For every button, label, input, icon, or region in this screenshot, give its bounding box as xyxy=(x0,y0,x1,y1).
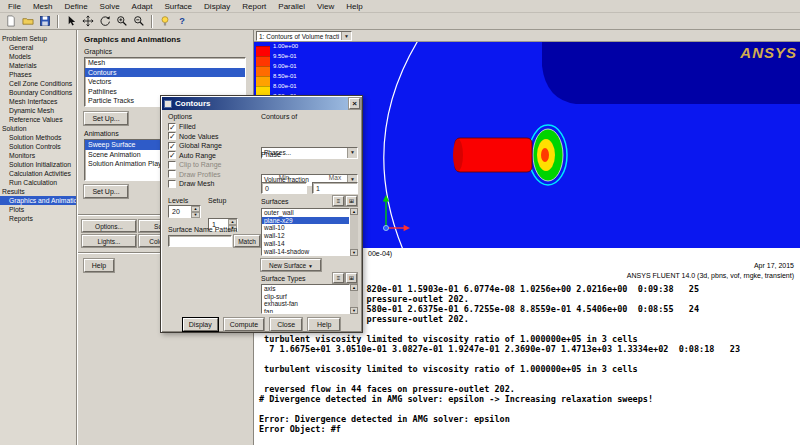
surface-types-select-icon[interactable]: ⊞ xyxy=(346,273,357,283)
new-file-icon[interactable] xyxy=(3,14,19,29)
tree-item-dynamic-mesh[interactable]: Dynamic Mesh xyxy=(0,106,76,115)
max-field[interactable]: 1 xyxy=(312,182,358,194)
options-button[interactable]: Options... xyxy=(82,220,136,232)
checkbox-draw-profiles[interactable] xyxy=(168,170,176,178)
graphics-window-selector[interactable]: 1: Contours of Volume fracti ▼ xyxy=(256,31,352,41)
tree-section-results[interactable]: Results xyxy=(0,187,76,196)
graphics-item-vectors[interactable]: Vectors xyxy=(85,77,245,87)
tree-item-plots[interactable]: Plots xyxy=(0,205,76,214)
zoom-out-icon[interactable] xyxy=(131,14,147,29)
save-icon[interactable] xyxy=(37,14,53,29)
pointer-icon[interactable] xyxy=(63,14,79,29)
option-row-global-range[interactable]: ✓Global Range xyxy=(168,141,256,151)
menu-mesh[interactable]: Mesh xyxy=(27,1,59,12)
surfaces-scrollbar[interactable]: ▲ ▼ xyxy=(350,208,358,256)
option-row-clip-to-range[interactable]: Clip to Range xyxy=(168,160,256,170)
tree-item-cell-zone-conditions[interactable]: Cell Zone Conditions xyxy=(0,79,76,88)
surface-item-outer-wall[interactable]: outer_wall xyxy=(262,209,349,217)
menu-display[interactable]: Display xyxy=(198,1,236,12)
tree-item-solution-initialization[interactable]: Solution Initialization xyxy=(0,160,76,169)
surfaces-select-icon[interactable]: ⊞ xyxy=(346,196,357,206)
dialog-display-button[interactable]: Display xyxy=(183,318,218,331)
tree-item-reports[interactable]: Reports xyxy=(0,214,76,223)
levels-stepper[interactable]: 20 ▲▼ xyxy=(168,205,201,218)
surface-item-wall-14[interactable]: wall-14 xyxy=(262,240,349,248)
checkbox-filled[interactable]: ✓ xyxy=(168,123,176,131)
tree-item-solution-controls[interactable]: Solution Controls xyxy=(0,142,76,151)
surface-type-fan[interactable]: fan xyxy=(262,308,349,314)
option-row-draw-mesh[interactable]: Draw Mesh xyxy=(168,179,256,189)
zoom-in-icon[interactable] xyxy=(114,14,130,29)
menu-solve[interactable]: Solve xyxy=(94,1,126,12)
scroll-up-icon[interactable]: ▲ xyxy=(350,284,358,291)
pan-icon[interactable] xyxy=(80,14,96,29)
surface-item-wall-12[interactable]: wall-12 xyxy=(262,232,349,240)
tree-item-general[interactable]: General xyxy=(0,43,76,52)
surface-type-axis[interactable]: axis xyxy=(262,285,349,293)
menu-view[interactable]: View xyxy=(311,1,340,12)
menu-report[interactable]: Report xyxy=(236,1,272,12)
lights-icon[interactable] xyxy=(157,14,173,29)
tree-item-mesh-interfaces[interactable]: Mesh Interfaces xyxy=(0,97,76,106)
menu-define[interactable]: Define xyxy=(58,1,93,12)
scroll-up-icon[interactable]: ▲ xyxy=(350,208,358,215)
dialog-compute-button[interactable]: Compute xyxy=(224,318,264,331)
dialog-close-button[interactable]: Close xyxy=(270,318,302,331)
open-folder-icon[interactable] xyxy=(20,14,36,29)
checkbox-auto-range[interactable]: ✓ xyxy=(168,151,176,159)
dialog-help-button[interactable]: Help xyxy=(308,318,340,331)
tree-item-boundary-conditions[interactable]: Boundary Conditions xyxy=(0,88,76,97)
match-button[interactable]: Match xyxy=(234,235,260,247)
set-up-animations-button[interactable]: Set Up... xyxy=(84,185,128,198)
option-row-node-values[interactable]: ✓Node Values xyxy=(168,132,256,142)
surface-item-wall-10[interactable]: wall-10 xyxy=(262,224,349,232)
panel-help-button[interactable]: Help xyxy=(84,259,114,272)
checkbox-global-range[interactable]: ✓ xyxy=(168,142,176,150)
option-row-filled[interactable]: ✓Filled xyxy=(168,122,256,132)
graphics-item-contours[interactable]: Contours xyxy=(85,68,245,78)
menu-parallel[interactable]: Parallel xyxy=(272,1,311,12)
min-field[interactable]: 0 xyxy=(261,182,307,194)
checkbox-clip-to-range[interactable] xyxy=(168,161,176,169)
checkbox-draw-mesh[interactable] xyxy=(168,180,176,188)
checkbox-node-values[interactable]: ✓ xyxy=(168,132,176,140)
menu-surface[interactable]: Surface xyxy=(159,1,199,12)
option-row-draw-profiles[interactable]: Draw Profiles xyxy=(168,170,256,180)
surface-types-filter-icon[interactable]: ≡ xyxy=(333,273,344,283)
tree-item-graphics-and-animations[interactable]: Graphics and Animations xyxy=(0,196,76,205)
tree-section-solution[interactable]: Solution xyxy=(0,124,76,133)
menu-file[interactable]: File xyxy=(2,1,27,12)
graphics-item-mesh[interactable]: Mesh xyxy=(85,58,245,68)
rotate-icon[interactable] xyxy=(97,14,113,29)
tree-item-materials[interactable]: Materials xyxy=(0,61,76,70)
surface-type-clip-surf[interactable]: clip-surf xyxy=(262,293,349,301)
set-up-graphics-button[interactable]: Set Up... xyxy=(84,112,128,125)
surface-type-exhaust-fan[interactable]: exhaust-fan xyxy=(262,300,349,308)
tree-item-phases[interactable]: Phases xyxy=(0,70,76,79)
chevron-down-icon[interactable]: ▼ xyxy=(347,148,357,158)
option-row-auto-range[interactable]: ✓Auto Range xyxy=(168,151,256,161)
tree-item-calculation-activities[interactable]: Calculation Activities xyxy=(0,169,76,178)
surface-name-pattern-input[interactable] xyxy=(168,235,232,247)
tree-item-reference-values[interactable]: Reference Values xyxy=(0,115,76,124)
scroll-down-icon[interactable]: ▼ xyxy=(350,249,358,256)
levels-spin-arrows[interactable]: ▲▼ xyxy=(191,206,200,217)
close-icon[interactable]: × xyxy=(349,98,360,109)
tree-item-solution-methods[interactable]: Solution Methods xyxy=(0,133,76,142)
help-icon[interactable]: ? xyxy=(174,14,190,29)
surface-item-plane-x29[interactable]: plane-x29 xyxy=(262,217,349,225)
scroll-down-icon[interactable]: ▼ xyxy=(350,307,358,314)
tree-item-run-calculation[interactable]: Run Calculation xyxy=(0,178,76,187)
chevron-down-icon[interactable]: ▼ xyxy=(341,32,351,40)
new-surface-button[interactable]: New Surface ▼ xyxy=(261,259,321,271)
dialog-titlebar[interactable]: Contours xyxy=(162,97,361,110)
surface-item-wall-14-shadow[interactable]: wall-14-shadow xyxy=(262,248,349,256)
tree-item-models[interactable]: Models xyxy=(0,52,76,61)
surfaces-filter-icon[interactable]: ≡ xyxy=(333,196,344,206)
menu-help[interactable]: Help xyxy=(340,1,368,12)
surface-types-scrollbar[interactable]: ▲ ▼ xyxy=(350,284,358,314)
tree-item-monitors[interactable]: Monitors xyxy=(0,151,76,160)
menu-adapt[interactable]: Adapt xyxy=(126,1,159,12)
tree-section-problem-setup[interactable]: Problem Setup xyxy=(0,34,76,43)
lights-button[interactable]: Lights... xyxy=(82,235,136,247)
